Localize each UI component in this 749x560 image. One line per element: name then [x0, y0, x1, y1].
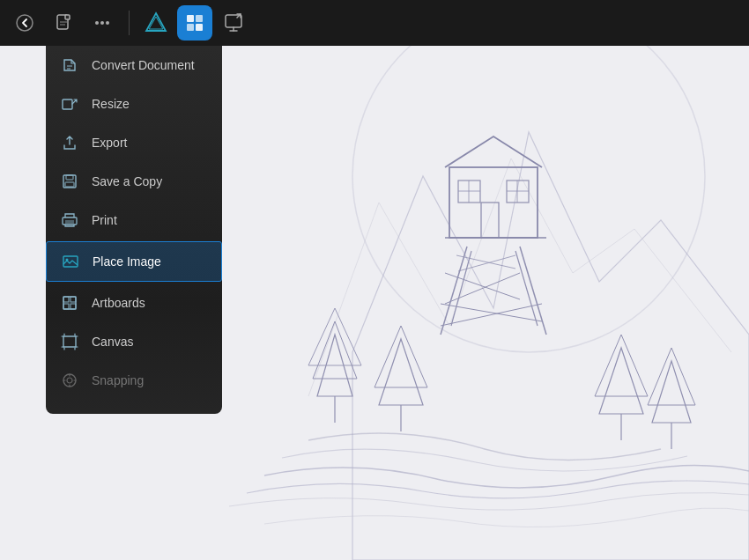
menu-item-canvas[interactable]: Canvas — [46, 322, 222, 361]
menu-item-convert-document-label: Convert Document — [92, 58, 195, 72]
menu-item-place-image-label: Place Image — [93, 254, 161, 269]
menu-item-place-image[interactable]: Place Image — [46, 241, 222, 282]
menu-item-resize-label: Resize — [92, 97, 130, 111]
svg-point-25 — [17, 15, 33, 31]
svg-rect-43 — [65, 182, 74, 187]
print-icon — [60, 210, 79, 230]
affinity-designer-button[interactable] — [138, 5, 174, 41]
menu-item-canvas-label: Canvas — [92, 335, 133, 349]
menu-item-artboards-label: Artboards — [92, 296, 145, 310]
menu-item-convert-document[interactable]: Convert Document — [46, 46, 222, 85]
svg-point-31 — [100, 21, 104, 25]
document-button[interactable] — [46, 5, 81, 41]
svg-rect-37 — [187, 24, 194, 31]
svg-rect-50 — [63, 304, 69, 309]
resize-icon — [60, 94, 79, 114]
artboards-icon — [60, 293, 79, 313]
svg-point-30 — [95, 21, 99, 25]
canvas-icon — [60, 332, 79, 351]
svg-rect-51 — [70, 304, 76, 309]
menu-item-export-label: Export — [92, 136, 127, 150]
toolbar-divider — [129, 11, 130, 35]
svg-rect-48 — [63, 297, 69, 302]
svg-rect-40 — [63, 99, 72, 109]
svg-point-46 — [66, 259, 69, 262]
menu-item-export[interactable]: Export — [46, 123, 222, 162]
convert-icon — [60, 55, 79, 75]
svg-rect-49 — [70, 297, 76, 302]
toolbar-left-group — [7, 5, 251, 41]
save-copy-icon — [60, 172, 79, 191]
svg-rect-39 — [226, 15, 241, 27]
svg-rect-36 — [196, 15, 203, 22]
pixel-persona-button[interactable] — [177, 5, 212, 41]
snapping-icon — [60, 371, 79, 390]
menu-item-save-copy-label: Save a Copy — [92, 174, 162, 188]
svg-rect-35 — [187, 15, 194, 22]
back-button[interactable] — [7, 5, 42, 41]
svg-point-53 — [67, 378, 72, 383]
more-button[interactable] — [85, 5, 120, 41]
menu-item-resize[interactable]: Resize — [46, 85, 222, 123]
svg-point-32 — [106, 21, 109, 25]
menu-item-snapping[interactable]: Snapping — [46, 361, 222, 400]
svg-rect-42 — [66, 175, 73, 180]
export-persona-button[interactable] — [216, 5, 251, 41]
dropdown-menu: Convert Document Resize Export — [46, 46, 222, 414]
place-image-icon — [61, 252, 80, 271]
toolbar — [0, 0, 749, 46]
export-icon — [60, 133, 79, 152]
menu-item-artboards[interactable]: Artboards — [46, 284, 222, 322]
svg-rect-27 — [65, 15, 70, 19]
menu-item-print-label: Print — [92, 213, 117, 227]
menu-item-snapping-label: Snapping — [92, 373, 144, 387]
menu-item-print[interactable]: Print — [46, 201, 222, 239]
svg-rect-47 — [63, 297, 76, 309]
menu-item-save-copy[interactable]: Save a Copy — [46, 162, 222, 201]
svg-rect-38 — [196, 24, 203, 31]
